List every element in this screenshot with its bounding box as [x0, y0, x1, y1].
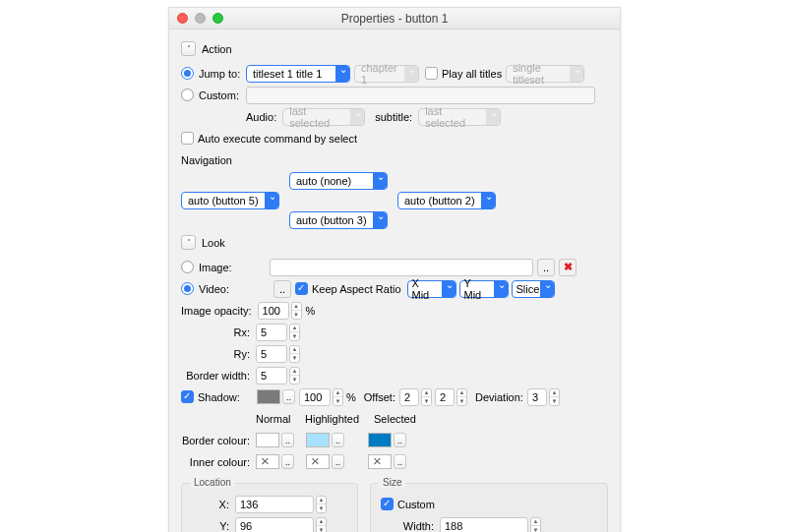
inner-normal-picker[interactable]: ..: [281, 454, 294, 469]
ry-input[interactable]: [256, 345, 287, 363]
subtitle-label: subtitle:: [375, 111, 412, 123]
col-normal-header: Normal: [256, 413, 305, 425]
custom-label: Custom:: [199, 89, 246, 101]
look-toggle[interactable]: ˄: [181, 235, 196, 250]
y-label: Y:: [192, 520, 235, 532]
nav-down-select[interactable]: auto (button 3): [289, 211, 388, 229]
location-title: Location: [190, 477, 235, 488]
col-sel-header: Selected: [374, 413, 433, 425]
image-path-input[interactable]: [270, 259, 533, 276]
width-spinner[interactable]: ▲▼: [530, 517, 541, 533]
opacity-input[interactable]: [258, 302, 289, 320]
deviation-label: Deviation:: [475, 391, 523, 403]
nav-right-select[interactable]: auto (button 2): [397, 192, 496, 209]
minimize-icon: [195, 13, 206, 24]
jumpto-target-select[interactable]: titleset 1 title 1: [246, 65, 350, 83]
nav-up-select[interactable]: auto (none): [289, 172, 388, 190]
play-all-label: Play all titles: [442, 68, 502, 80]
video-radio[interactable]: [181, 282, 194, 295]
col-high-header: Highlighted: [305, 413, 374, 425]
content-area: ˄ Action Jump to: titleset 1 title 1 cha…: [169, 30, 620, 532]
shadow-color-swatch[interactable]: [257, 389, 280, 404]
nav-left-select[interactable]: auto (button 5): [181, 192, 279, 209]
inner-colour-label: Inner colour:: [181, 456, 256, 468]
custom-action-input[interactable]: [246, 87, 595, 104]
offset-x-spinner[interactable]: ▲▼: [421, 388, 432, 406]
custom-radio[interactable]: [181, 89, 194, 101]
border-colour-label: Border colour:: [181, 435, 256, 446]
titlebar: Properties - button 1: [169, 8, 620, 30]
jumpto-radio[interactable]: [181, 67, 194, 80]
look-header: Look: [202, 237, 225, 249]
size-title: Size: [379, 477, 405, 488]
opacity-unit: %: [306, 305, 316, 317]
border-sel-swatch[interactable]: [368, 433, 392, 447]
slice-select[interactable]: Slice: [512, 280, 555, 298]
y-spinner[interactable]: ▲▼: [316, 517, 327, 533]
shadow-opacity-input[interactable]: [299, 388, 331, 406]
ry-label: Ry:: [181, 348, 256, 360]
window-title: Properties - button 1: [169, 12, 620, 26]
jumpto-label: Jump to:: [199, 68, 246, 80]
ypos-select[interactable]: Y Mid: [459, 280, 509, 298]
x-input[interactable]: [235, 496, 314, 513]
y-input[interactable]: [235, 517, 314, 533]
keep-aspect-label: Keep Aspect Ratio: [312, 283, 401, 295]
inner-sel-swatch[interactable]: [368, 454, 392, 469]
size-custom-checkbox[interactable]: [381, 498, 394, 510]
image-browse-button[interactable]: ..: [537, 259, 555, 276]
offset-x-input[interactable]: [399, 388, 419, 406]
image-clear-button[interactable]: ✖: [559, 259, 577, 276]
mode-select: single titleset: [506, 65, 584, 83]
border-high-swatch[interactable]: [306, 433, 330, 447]
shadow-label: Shadow:: [198, 391, 257, 403]
audio-select: last selected: [282, 108, 365, 126]
video-label: Video:: [199, 283, 270, 295]
border-width-spinner[interactable]: ▲▼: [289, 367, 300, 384]
offset-label: Offset:: [364, 391, 395, 403]
properties-window: Properties - button 1 ˄ Action Jump to: …: [168, 7, 621, 532]
inner-high-picker[interactable]: ..: [332, 454, 344, 469]
border-high-picker[interactable]: ..: [332, 433, 344, 447]
deviation-spinner[interactable]: ▲▼: [549, 388, 560, 406]
border-sel-picker[interactable]: ..: [394, 433, 406, 447]
offset-y-spinner[interactable]: ▲▼: [456, 388, 467, 406]
width-input[interactable]: [440, 517, 528, 533]
subtitle-select: last selected: [418, 108, 501, 126]
opacity-spinner[interactable]: ▲▼: [291, 302, 302, 320]
chapter-select: chapter 1: [354, 65, 419, 83]
rx-spinner[interactable]: ▲▼: [289, 324, 300, 341]
size-group: Size Custom Width: ▲▼ Height: ▲▼: [370, 483, 608, 532]
inner-normal-swatch[interactable]: [256, 454, 279, 469]
border-width-label: Border width:: [181, 370, 256, 382]
width-label: Width:: [396, 520, 440, 532]
play-all-checkbox[interactable]: [425, 67, 438, 80]
video-browse-button[interactable]: ..: [273, 280, 291, 298]
shadow-checkbox[interactable]: [181, 390, 194, 403]
inner-high-swatch[interactable]: [306, 454, 330, 469]
x-spinner[interactable]: ▲▼: [316, 496, 327, 513]
offset-y-input[interactable]: [435, 388, 455, 406]
shadow-unit: %: [346, 391, 356, 403]
ry-spinner[interactable]: ▲▼: [289, 345, 300, 363]
rx-input[interactable]: [256, 324, 287, 341]
image-radio[interactable]: [181, 261, 194, 273]
border-normal-picker[interactable]: ..: [281, 433, 294, 447]
inner-sel-picker[interactable]: ..: [394, 454, 406, 469]
zoom-icon[interactable]: [212, 13, 223, 24]
action-header: Action: [202, 43, 232, 55]
shadow-opacity-spinner[interactable]: ▲▼: [333, 388, 343, 406]
audio-label: Audio:: [246, 111, 276, 123]
auto-exec-checkbox[interactable]: [181, 132, 194, 145]
border-normal-swatch[interactable]: [256, 433, 279, 447]
image-label: Image:: [199, 262, 270, 273]
action-toggle[interactable]: ˄: [181, 41, 196, 56]
deviation-input[interactable]: [527, 388, 547, 406]
shadow-color-picker[interactable]: ..: [282, 389, 295, 404]
location-group: Location X: ▲▼ Y: ▲▼: [181, 483, 358, 532]
keep-aspect-checkbox[interactable]: [295, 282, 308, 295]
border-width-input[interactable]: [256, 367, 287, 384]
rx-label: Rx:: [181, 326, 256, 338]
xpos-select[interactable]: X Mid: [407, 280, 456, 298]
close-icon[interactable]: [177, 13, 188, 24]
